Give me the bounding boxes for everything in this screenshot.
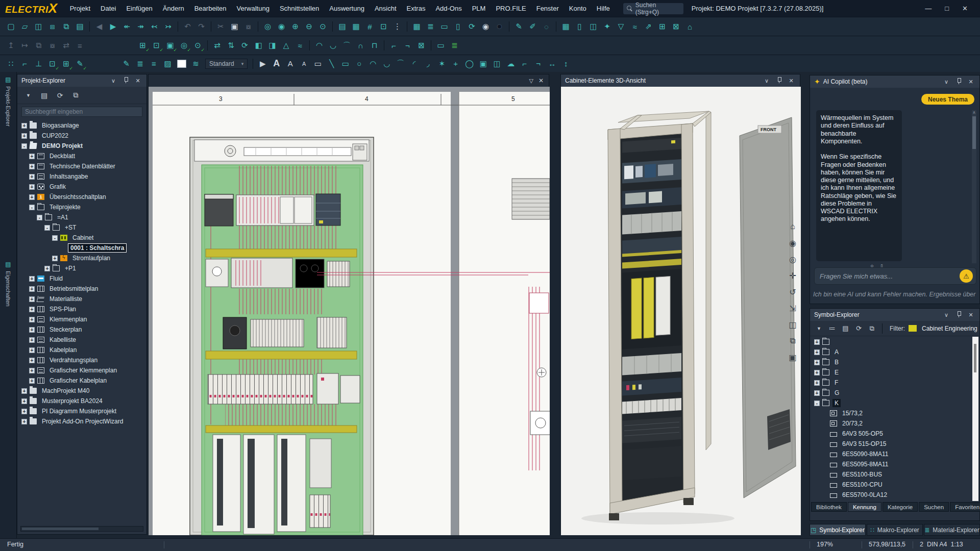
monitor-view-icon[interactable]: ▭	[437, 20, 451, 33]
project-tree-item-kabelliste[interactable]: +Kabelliste	[18, 335, 145, 345]
screen-layout-icon[interactable]: ▭	[434, 39, 448, 52]
filter-settings-icon[interactable]: ≔	[826, 322, 838, 335]
upload-icon[interactable]: ↥	[4, 39, 18, 52]
project-tree-item-bersichtsschaltplan[interactable]: +1Übersichtsschaltplan	[18, 192, 145, 202]
expander-minus-icon[interactable]: -	[21, 143, 27, 149]
project-tree-item-demo-projekt[interactable]: -DEMO Projekt	[18, 141, 145, 151]
save-all-icon[interactable]: ⧉	[59, 20, 73, 33]
dock-tab-projekt-explorer[interactable]: ▤ Projekt-Explorer	[2, 76, 14, 127]
draw-node-icon[interactable]: ✶	[435, 57, 449, 70]
filter-color-swatch[interactable]	[909, 325, 917, 332]
expander-plus-icon[interactable]: +	[21, 409, 27, 414]
scrollbar-thumb[interactable]	[972, 116, 976, 149]
align-left-edge-icon[interactable]: ◧	[252, 39, 265, 52]
project-tree-item-technische-datenbl-tter[interactable]: +Technische Datenblätter	[18, 161, 145, 171]
cabinet-view-icon[interactable]: ▯	[573, 20, 586, 33]
project-tree-item-grafik[interactable]: +Grafik	[18, 182, 145, 192]
expander-plus-icon[interactable]: +	[29, 337, 35, 343]
draw-ellipse-icon[interactable]: ◯	[462, 57, 476, 70]
forward-doc-icon[interactable]: ↦	[18, 39, 32, 52]
expander-minus-icon[interactable]: -	[44, 225, 50, 231]
menu-konto[interactable]: Konto	[564, 0, 592, 17]
project-tree-item-klemmenplan[interactable]: +Klemmenplan	[18, 314, 145, 324]
zoom-window-icon[interactable]: ⊞	[655, 20, 669, 33]
clamp-shape-icon[interactable]: ⊓	[368, 39, 381, 52]
expander-plus-icon[interactable]: +	[29, 368, 35, 373]
copy-view-icon[interactable]: ⧉	[787, 335, 799, 347]
expander-plus-icon[interactable]: +	[29, 184, 35, 190]
tree-caret-icon[interactable]: ▼	[813, 322, 825, 335]
expander-plus-icon[interactable]: +	[29, 347, 35, 353]
layer-list-icon[interactable]: ≣	[424, 20, 437, 33]
gate-shape-icon[interactable]: ∩	[354, 39, 368, 52]
expander-plus-icon[interactable]: +	[21, 133, 27, 139]
project-tree-item-projekt-add-on-projectwizard[interactable]: +Projekt Add-On ProjectWizard	[18, 416, 145, 427]
expander-plus-icon[interactable]: +	[21, 398, 27, 404]
zoom-in-icon[interactable]: ⊕	[288, 20, 302, 33]
zoom-tool-icon[interactable]: ◎	[787, 253, 799, 265]
close-icon[interactable]: ✕	[966, 79, 975, 85]
draw-arc-corner-icon[interactable]: ◞	[421, 57, 435, 70]
frame-left-icon[interactable]: ⌐	[387, 39, 401, 52]
orbit-view-icon[interactable]: ◉	[787, 237, 799, 249]
symbol-tree-item-f[interactable]: +F	[811, 378, 972, 388]
filter-value[interactable]: Cabinet Engineering	[922, 325, 977, 332]
next-page-icon[interactable]: ↣	[161, 20, 175, 33]
open-project-icon[interactable]: ▱	[18, 20, 32, 33]
page-manager-icon[interactable]: ▦	[349, 20, 363, 33]
save-view-icon[interactable]: ◫	[787, 318, 799, 331]
pin-icon[interactable]	[954, 311, 963, 319]
dock-tab-material-explorer[interactable]: ≣Material-Explorer	[924, 524, 980, 536]
project-tree-item-teilprojekte[interactable]: -Teilprojekte	[18, 202, 145, 212]
symbol-tree-item-6es5700-0la12[interactable]: 6ES5700-0LA12	[811, 490, 972, 500]
arc-top-icon[interactable]: ◠	[312, 39, 326, 52]
page-settings-icon[interactable]: ⊡	[377, 20, 390, 33]
arc-segment-icon[interactable]: ⌒	[340, 39, 354, 52]
symbol-tab-favoriten[interactable]: Favoriten	[950, 502, 980, 512]
menu-ndern[interactable]: Ändern	[158, 0, 189, 17]
place-junction-icon[interactable]: ⊙	[191, 39, 205, 52]
chat-input[interactable]	[814, 267, 976, 285]
project-tree-item-p1[interactable]: ++P1	[18, 263, 145, 273]
rotate-tool-icon[interactable]: ↺	[787, 286, 799, 298]
dark-mode-icon[interactable]: ●	[493, 20, 506, 33]
copy-icon[interactable]: ⧉	[69, 89, 83, 102]
prev-page-icon[interactable]: ↢	[148, 20, 161, 33]
symbol-tab-bibliothek[interactable]: Bibliothek	[811, 502, 847, 512]
place-frame-icon[interactable]: ▣	[163, 39, 177, 52]
more-options-icon[interactable]: ⋮	[390, 20, 404, 33]
expander-minus-icon[interactable]: -	[52, 235, 58, 241]
redline-pen-icon[interactable]: ✐	[526, 20, 540, 33]
project-tree-item-biogasanlage[interactable]: +Biogasanlage	[18, 120, 145, 131]
new-topic-button[interactable]: Neues Thema	[921, 94, 974, 105]
menu-projekt[interactable]: Projekt	[65, 0, 95, 17]
close-icon[interactable]: ✕	[787, 78, 796, 84]
corner-ruler-icon[interactable]: ⌐	[18, 57, 32, 70]
menu-auswertung[interactable]: Auswertung	[324, 0, 370, 17]
list-view-icon[interactable]: ▤	[37, 89, 51, 102]
expander-plus-icon[interactable]: +	[814, 339, 820, 345]
fit-view-icon[interactable]: ⇲	[787, 302, 799, 314]
symbol-tree-item-20-73-2[interactable]: 20/73,2	[811, 418, 972, 429]
new-file-icon[interactable]: ▢	[4, 20, 18, 33]
project-tree-item-0001-schaltschra[interactable]: 0001 : Schaltschra	[18, 243, 145, 253]
expander-plus-icon[interactable]: +	[29, 276, 35, 282]
draw-arc-top-icon[interactable]: ◠	[366, 57, 380, 70]
export-doc-icon[interactable]: ⧉	[32, 39, 45, 52]
user-search-icon[interactable]: ◌	[540, 20, 553, 33]
menu-add-ons[interactable]: Add-Ons	[430, 0, 467, 17]
goto-first-page-icon[interactable]: ↞	[120, 20, 134, 33]
draw-arc-open-icon[interactable]: ⌒	[394, 57, 407, 70]
find-text-icon[interactable]: ◉	[275, 20, 288, 33]
distribute-objects-icon[interactable]: ≈	[293, 39, 307, 52]
filter-view-icon[interactable]: ▽	[614, 20, 628, 33]
place-symbol-icon[interactable]: ⊞	[136, 39, 150, 52]
draw-rectangle-icon[interactable]: ▭	[338, 57, 352, 70]
expander-plus-icon[interactable]: +	[21, 388, 27, 394]
capture-region-icon[interactable]: ▣	[228, 20, 241, 33]
page-preview-icon[interactable]: ▤	[335, 20, 349, 33]
undo-icon[interactable]: ↶	[181, 20, 194, 33]
refresh-icon[interactable]: ⟳	[53, 89, 67, 102]
measure-probe-icon[interactable]: ⊥	[32, 57, 45, 70]
goto-last-page-icon[interactable]: ↠	[134, 20, 148, 33]
